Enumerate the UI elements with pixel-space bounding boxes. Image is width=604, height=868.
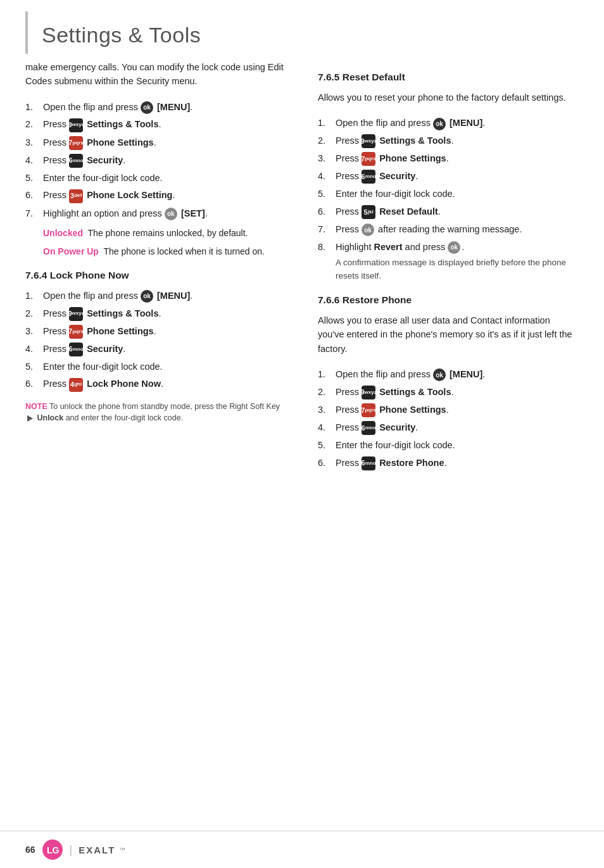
- list-item: 3. Press 7pqrs Phone Settings.: [25, 135, 286, 150]
- option-onpowerup: On Power Up The phone is locked when it …: [25, 245, 286, 258]
- list-num: 3.: [318, 403, 325, 417]
- list-num: 4.: [318, 420, 325, 434]
- badge-7: 7pqrs: [362, 403, 375, 417]
- page-header: Settings & Tools: [25, 11, 579, 54]
- list-num: 1.: [318, 367, 325, 381]
- list-item: 3. Press 7pqrs Phone Settings.: [318, 151, 579, 166]
- list-num: 2.: [318, 134, 325, 148]
- page: Settings & Tools make emergency calls. Y…: [0, 0, 604, 868]
- list-num: 6.: [25, 188, 33, 202]
- page-footer: 66 LG | EXALT ™: [0, 831, 604, 868]
- ok-icon: ok: [165, 208, 177, 220]
- list-num: 1.: [25, 289, 33, 303]
- brand-name: EXALT: [79, 845, 115, 855]
- list-num: 2.: [25, 117, 33, 131]
- list-num: 3.: [25, 324, 33, 338]
- list-item: 6. Press 4ghi Lock Phone Now.: [25, 377, 286, 391]
- ok-icon: ok: [141, 101, 153, 114]
- trademark-icon: ™: [119, 846, 125, 853]
- right-column: 7.6.5 Reset Default Allows you to reset …: [311, 60, 579, 831]
- unlocked-text: The phone remains unlocked, by default.: [88, 228, 248, 238]
- list-item: 2. Press 9wxyz Settings & Tools.: [25, 117, 286, 132]
- badge-9: 9wxyz: [362, 134, 375, 148]
- list-num: 6.: [25, 377, 33, 391]
- note-label: NOTE: [25, 402, 47, 411]
- badge-9: 9wxyz: [69, 118, 83, 132]
- right-arrow-icon: [27, 415, 33, 422]
- badge-6: 6mno: [69, 154, 83, 168]
- badge-6b: 6mno: [362, 456, 375, 470]
- list-num: 5.: [318, 438, 325, 452]
- list-item: 1. Open the flip and press ok [MENU].: [318, 116, 579, 130]
- list-item: 7. Highlight an option and press ok [SET…: [25, 206, 286, 220]
- list-num: 5.: [25, 171, 33, 185]
- ok-icon: ok: [433, 118, 446, 130]
- badge-7: 7pqrs: [69, 325, 83, 339]
- lg-icon: LG: [42, 839, 63, 860]
- list-item: 4. Press 6mno Security.: [25, 342, 286, 356]
- restore-steps: 1. Open the flip and press ok [MENU]. 2.…: [318, 367, 579, 470]
- list-num: 6.: [318, 204, 325, 218]
- note-text2: Unlock and enter the four-digit lock cod…: [37, 413, 183, 422]
- page-title: Settings & Tools: [42, 23, 201, 47]
- section-lock-now: 7.6.4 Lock Phone Now: [25, 270, 286, 281]
- list-num: 4.: [25, 342, 33, 356]
- list-num: 8.: [318, 240, 325, 254]
- note-box: NOTE To unlock the phone from standby mo…: [25, 401, 286, 425]
- list-num: 2.: [25, 306, 33, 320]
- badge-7: 7pqrs: [69, 136, 83, 150]
- ok-icon: ok: [362, 223, 374, 236]
- badge-7: 7pqrs: [362, 152, 375, 166]
- list-item: 4. Press 6mno Security.: [25, 153, 286, 168]
- reset-steps: 1. Open the flip and press ok [MENU]. 2.…: [318, 116, 579, 282]
- badge-5: 5jkl: [362, 205, 375, 219]
- badge-9: 9wxyz: [69, 307, 83, 321]
- ok-icon: ok: [448, 241, 460, 254]
- list-item: 5. Enter the four-digit lock code.: [318, 187, 579, 201]
- onpowerup-label: On Power Up: [43, 246, 99, 256]
- list-item: 3. Press 7pqrs Phone Settings.: [25, 324, 286, 339]
- badge-6: 6mno: [362, 421, 375, 435]
- lock-now-steps: 1. Open the flip and press ok [MENU]. 2.…: [25, 289, 286, 392]
- reset-intro: Allows you to reset your phone to the fa…: [318, 91, 579, 104]
- list-item: 7. Press ok after reading the warning me…: [318, 222, 579, 236]
- page-number: 66: [25, 845, 35, 855]
- list-item: 5. Enter the four-digit lock code.: [25, 171, 286, 185]
- list-num: 3.: [318, 151, 325, 165]
- content-area: make emergency calls. You can modify the…: [0, 54, 604, 831]
- list-item: 5. Enter the four-digit lock code.: [25, 360, 286, 374]
- ok-icon: ok: [141, 290, 153, 303]
- list-item: 1. Open the flip and press ok [MENU].: [318, 367, 579, 381]
- list-item: 6. Press 6mno Restore Phone.: [318, 456, 579, 470]
- lock-setting-steps: 1. Open the flip and press ok [MENU]. 2.…: [25, 100, 286, 220]
- unlocked-label: Unlocked: [43, 228, 83, 238]
- list-item: 3. Press 7pqrs Phone Settings.: [318, 403, 579, 417]
- brand-logo: LG | EXALT ™: [42, 839, 126, 860]
- divider: |: [70, 843, 73, 857]
- list-item: 6. Press 3def Phone Lock Setting.: [25, 188, 286, 203]
- step8-subnote: A confirmation message is displayed brie…: [336, 256, 579, 283]
- badge-3: 3def: [69, 189, 83, 203]
- list-item: 4. Press 6mno Security.: [318, 420, 579, 435]
- list-item: 6. Press 5jkl Reset Default.: [318, 204, 579, 219]
- list-num: 7.: [318, 222, 325, 236]
- onpowerup-text: The phone is locked when it is turned on…: [103, 246, 265, 256]
- list-item: 4. Press 6mno Security.: [318, 169, 579, 184]
- list-num: 7.: [25, 206, 33, 220]
- list-item: 1. Open the flip and press ok [MENU].: [25, 100, 286, 114]
- note-text: To unlock the phone from standby mode, p…: [49, 402, 280, 411]
- list-num: 5.: [25, 360, 33, 374]
- list-num: 3.: [25, 135, 33, 149]
- list-num: 4.: [318, 169, 325, 183]
- list-num: 1.: [25, 100, 33, 114]
- section-reset-default: 7.6.5 Reset Default: [318, 72, 579, 83]
- left-column: make emergency calls. You can modify the…: [25, 60, 293, 831]
- option-unlocked: Unlocked The phone remains unlocked, by …: [25, 227, 286, 240]
- list-num: 1.: [318, 116, 325, 130]
- restore-intro: Allows you to erase all user data and Co…: [318, 313, 579, 356]
- section-restore-phone: 7.6.6 Restore Phone: [318, 294, 579, 306]
- badge-6: 6mno: [69, 343, 83, 356]
- list-num: 6.: [318, 456, 325, 470]
- svg-text:LG: LG: [47, 845, 60, 855]
- list-num: 2.: [318, 385, 325, 399]
